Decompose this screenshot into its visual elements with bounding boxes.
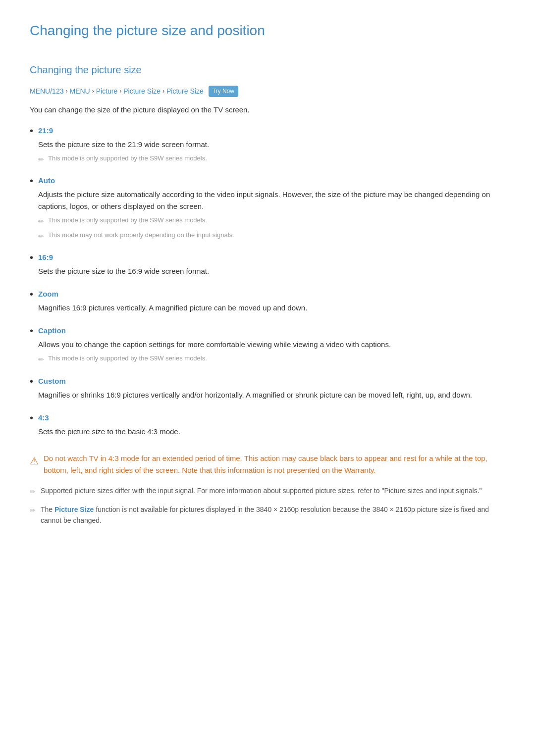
breadcrumb-picture[interactable]: Picture	[96, 86, 118, 97]
section-title: Changing the picture size	[30, 62, 505, 78]
note-text-caption-1: This mode is only supported by the S9W s…	[48, 353, 207, 364]
picture-size-list: • 21:9 Sets the picture size to the 21:9…	[30, 125, 505, 441]
sep2: ›	[92, 87, 94, 96]
item-label-auto: Auto	[38, 175, 505, 187]
breadcrumb-menu123[interactable]: MENU/123	[30, 86, 63, 97]
item-content-43: 4:3 Sets the picture size to the basic 4…	[38, 412, 505, 441]
list-item: • Custom Magnifies or shrinks 16:9 pictu…	[30, 375, 505, 404]
sep3: ›	[119, 87, 121, 96]
bullet-icon: •	[30, 251, 33, 264]
item-desc-auto: Adjusts the picture size automatically a…	[38, 189, 505, 212]
bullet-icon: •	[30, 324, 33, 338]
item-content-auto: Auto Adjusts the picture size automatica…	[38, 175, 505, 244]
list-item: • Caption Allows you to change the capti…	[30, 325, 505, 367]
breadcrumb-picture-size-1[interactable]: Picture Size	[123, 86, 160, 97]
list-item: • 16:9 Sets the picture size to the 16:9…	[30, 252, 505, 280]
breadcrumb: MENU/123 › MENU › Picture › Picture Size…	[30, 86, 505, 97]
warning-text: Do not watch TV in 4:3 mode for an exten…	[44, 453, 505, 476]
note-text-219-1: This mode is only supported by the S9W s…	[48, 153, 207, 164]
item-label-zoom: Zoom	[38, 288, 505, 300]
pencil-icon: ✏	[38, 354, 44, 365]
bottom-note-1: ✏ Supported picture sizes differ with th…	[30, 485, 505, 497]
try-now-button[interactable]: Try Now	[209, 86, 238, 97]
picture-size-link[interactable]: Picture Size	[54, 505, 94, 513]
item-content-zoom: Zoom Magnifies 16:9 pictures vertically.…	[38, 288, 505, 317]
item-desc-219: Sets the picture size to the 21:9 wide s…	[38, 139, 505, 151]
warning-triangle-icon: ⚠	[30, 453, 39, 469]
item-content-custom: Custom Magnifies or shrinks 16:9 picture…	[38, 375, 505, 404]
bullet-icon: •	[30, 411, 33, 425]
bottom-notes: ✏ Supported picture sizes differ with th…	[30, 485, 505, 526]
pencil-icon: ✏	[38, 231, 44, 242]
item-label-caption: Caption	[38, 325, 505, 337]
pencil-icon: ✏	[38, 216, 44, 227]
note-219-1: ✏ This mode is only supported by the S9W…	[38, 153, 505, 165]
item-desc-169: Sets the picture size to the 16:9 wide s…	[38, 265, 505, 277]
item-desc-zoom: Magnifies 16:9 pictures vertically. A ma…	[38, 302, 505, 314]
sep4: ›	[162, 87, 164, 96]
breadcrumb-menu[interactable]: MENU	[69, 86, 90, 97]
pencil-icon: ✏	[38, 154, 44, 165]
bottom-note-2: ✏ The Picture Size function is not avail…	[30, 504, 505, 526]
bullet-icon: •	[30, 174, 33, 188]
pencil-icon: ✏	[30, 505, 36, 516]
item-label-169: 16:9	[38, 252, 505, 263]
item-content-caption: Caption Allows you to change the caption…	[38, 325, 505, 367]
item-content-219: 21:9 Sets the picture size to the 21:9 w…	[38, 125, 505, 167]
list-item: • 21:9 Sets the picture size to the 21:9…	[30, 125, 505, 167]
note-auto-2: ✏ This mode may not work properly depend…	[38, 230, 505, 242]
list-item: • Zoom Magnifies 16:9 pictures verticall…	[30, 288, 505, 317]
list-item: • Auto Adjusts the picture size automati…	[30, 175, 505, 244]
note-caption-1: ✏ This mode is only supported by the S9W…	[38, 353, 505, 365]
warning-box: ⚠ Do not watch TV in 4:3 mode for an ext…	[30, 453, 505, 476]
breadcrumb-picture-size-2[interactable]: Picture Size	[166, 86, 204, 97]
bullet-icon: •	[30, 374, 33, 388]
item-content-169: 16:9 Sets the picture size to the 16:9 w…	[38, 252, 505, 280]
bullet-icon: •	[30, 287, 33, 301]
item-label-43: 4:3	[38, 412, 505, 424]
list-item: • 4:3 Sets the picture size to the basic…	[30, 412, 505, 441]
item-desc-caption: Allows you to change the caption setting…	[38, 339, 505, 351]
note-text-auto-2: This mode may not work properly dependin…	[48, 230, 234, 241]
item-label-custom: Custom	[38, 375, 505, 387]
bottom-note-text-1: Supported picture sizes differ with the …	[41, 485, 482, 496]
item-desc-43: Sets the picture size to the basic 4:3 m…	[38, 426, 505, 438]
intro-text: You can change the size of the picture d…	[30, 104, 505, 116]
bullet-icon: •	[30, 124, 33, 138]
bottom-note-text-2: The Picture Size function is not availab…	[41, 504, 505, 526]
note-text-auto-1: This mode is only supported by the S9W s…	[48, 215, 207, 226]
pencil-icon: ✏	[30, 486, 36, 497]
note-auto-1: ✏ This mode is only supported by the S9W…	[38, 215, 505, 227]
item-desc-custom: Magnifies or shrinks 16:9 pictures verti…	[38, 389, 505, 401]
item-label-219: 21:9	[38, 125, 505, 137]
sep1: ›	[65, 87, 67, 96]
page-title: Changing the picture size and position	[30, 20, 505, 46]
